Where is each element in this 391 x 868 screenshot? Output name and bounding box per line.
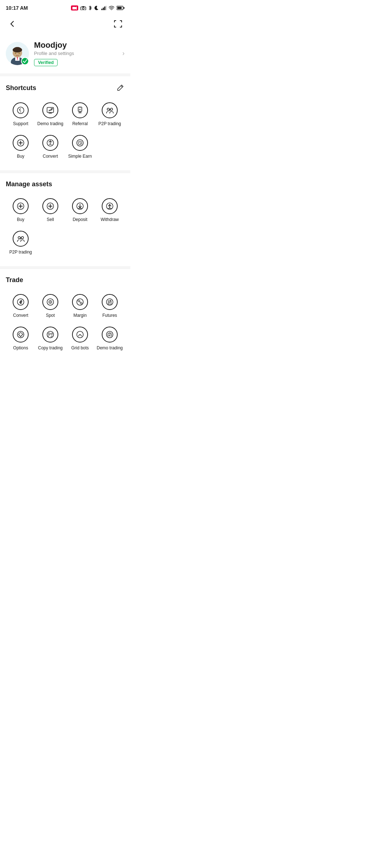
svg-point-49 (49, 333, 50, 335)
manage-deposit[interactable]: Deposit (65, 195, 95, 225)
verified-badge-icon (21, 57, 29, 65)
trade-demo-icon (102, 327, 118, 342)
trade-options-icon (13, 327, 29, 342)
svg-point-3 (83, 8, 84, 9)
trade-title: Trade (6, 276, 23, 284)
shortcut-referral[interactable]: Referral (65, 99, 95, 129)
status-icons (71, 5, 125, 11)
camera-icon (80, 6, 86, 10)
manage-p2p-trading[interactable]: P2P trading (6, 228, 35, 258)
svg-point-52 (106, 331, 113, 338)
manage-buy[interactable]: Buy (6, 195, 35, 225)
svg-marker-1 (75, 7, 77, 10)
profile-arrow-icon: › (122, 50, 125, 57)
trade-copy-label: Copy trading (38, 345, 63, 350)
buy-label: Buy (17, 154, 25, 159)
svg-point-27 (110, 108, 113, 110)
trade-section: Trade Convert (0, 269, 130, 362)
trade-grid-bots[interactable]: Grid bots (65, 324, 95, 353)
convert-icon (42, 135, 58, 151)
section-divider (0, 73, 130, 76)
trade-convert-icon (13, 294, 29, 310)
svg-point-44 (80, 302, 82, 304)
support-label: Support (13, 121, 28, 126)
trade-grid-bots-label: Grid bots (71, 345, 89, 350)
svg-point-43 (78, 300, 80, 302)
profile-section[interactable]: Moodjoy Profile and settings Verified › (0, 36, 130, 73)
shortcuts-row-1: Support Demo trading (6, 99, 125, 129)
shortcut-convert[interactable]: Convert (35, 132, 65, 162)
trade-copy-trading-icon (42, 327, 58, 342)
svg-rect-11 (117, 7, 122, 9)
manage-p2p-icon (13, 231, 29, 247)
svg-rect-24 (47, 107, 54, 112)
wifi-icon (109, 6, 114, 10)
svg-point-18 (14, 47, 21, 51)
manage-withdraw-icon (102, 198, 118, 214)
manage-withdraw[interactable]: Withdraw (95, 195, 125, 225)
p2p-trading-label: P2P trading (98, 121, 121, 126)
referral-label: Referral (72, 121, 88, 126)
shortcut-p2p-trading[interactable]: P2P trading (95, 99, 125, 129)
svg-point-37 (21, 237, 24, 239)
manage-deposit-icon (72, 198, 88, 214)
trade-convert-label: Convert (13, 313, 28, 318)
manage-assets-row-1: Buy Sell (6, 195, 125, 225)
trade-futures-icon (102, 294, 118, 310)
manage-buy-icon (13, 198, 29, 214)
verified-tag: Verified (34, 59, 58, 66)
trade-options[interactable]: Options (6, 324, 35, 353)
manage-buy-label: Buy (17, 217, 25, 222)
manage-deposit-label: Deposit (73, 217, 88, 222)
svg-point-9 (111, 10, 112, 10)
svg-rect-4 (82, 6, 84, 7)
bluetooth-icon (88, 5, 92, 11)
trade-convert[interactable]: Convert (6, 291, 35, 321)
trade-row-1: Convert Spot Marg (6, 291, 125, 321)
section-divider-2 (0, 170, 130, 173)
convert-label: Convert (43, 154, 58, 159)
shortcuts-header: Shortcuts (6, 84, 125, 92)
svg-point-22 (17, 107, 24, 114)
svg-rect-12 (123, 7, 125, 9)
trade-spot[interactable]: Spot (35, 291, 65, 321)
svg-point-19 (15, 52, 16, 54)
signal-icon (101, 6, 106, 10)
edit-shortcuts-button[interactable] (116, 84, 125, 92)
manage-sell-icon (42, 198, 58, 214)
manage-assets-section: Manage assets Buy (0, 173, 130, 266)
status-bar: 10:17 AM (0, 0, 130, 14)
shortcut-buy[interactable]: Buy (6, 132, 35, 162)
trade-spot-label: Spot (46, 313, 55, 318)
manage-withdraw-label: Withdraw (101, 217, 119, 222)
trade-copy-trading[interactable]: Copy trading (35, 324, 65, 353)
svg-rect-53 (108, 333, 112, 336)
shortcut-demo-trading[interactable]: Demo trading (35, 99, 65, 129)
moon-icon (94, 5, 99, 10)
section-divider-3 (0, 266, 130, 269)
manage-sell-label: Sell (47, 217, 54, 222)
trade-futures[interactable]: Futures (95, 291, 125, 321)
manage-assets-header: Manage assets (6, 180, 125, 188)
support-icon (13, 102, 29, 118)
simple-earn-label: Simple Earn (68, 154, 92, 159)
trade-margin[interactable]: Margin (65, 291, 95, 321)
avatar (6, 42, 29, 65)
buy-icon (13, 135, 29, 151)
simple-earn-icon (72, 135, 88, 151)
manage-assets-row-2: P2P trading (6, 228, 125, 258)
demo-trading-icon (42, 102, 58, 118)
manage-assets-title: Manage assets (6, 180, 52, 188)
battery-icon (117, 6, 125, 10)
trade-demo-trading[interactable]: Demo trading (95, 324, 125, 353)
shortcuts-title: Shortcuts (6, 84, 36, 92)
scan-button[interactable] (112, 17, 125, 30)
svg-rect-8 (106, 6, 106, 10)
shortcut-simple-earn[interactable]: Simple Earn (65, 132, 95, 162)
shortcut-support[interactable]: Support (6, 99, 35, 129)
manage-sell[interactable]: Sell (35, 195, 65, 225)
trade-grid-bots-icon (72, 327, 88, 342)
empty-slot (95, 132, 125, 162)
back-button[interactable] (6, 17, 19, 30)
profile-info: Moodjoy Profile and settings Verified (34, 41, 117, 66)
